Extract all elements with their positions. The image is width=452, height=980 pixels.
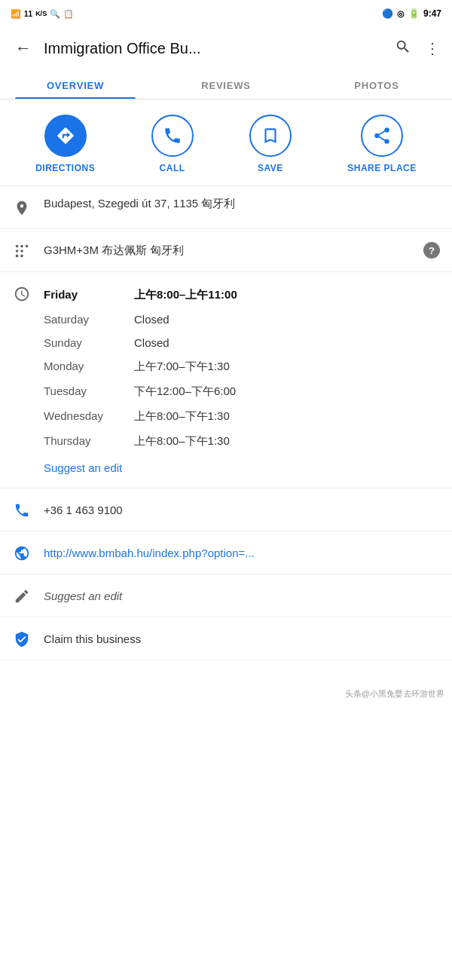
plus-code-text: G3HM+3M 布达佩斯 匈牙利 xyxy=(44,243,411,258)
app-bar: ← Immigration Office Bu... ⋮ xyxy=(0,27,452,69)
bluetooth-icon: 🔵 xyxy=(382,8,393,19)
status-bar: 📶 11 K/S 🔍 📋 🔵 ◎ 🔋 9:47 xyxy=(0,0,452,27)
page-title: Immigration Office Bu... xyxy=(44,40,386,57)
day-hours: 上午8:00–上午11:00 xyxy=(134,288,237,302)
hours-row: Tuesday 下午12:00–下午6:00 xyxy=(44,379,440,404)
suggest-edit-text[interactable]: Suggest an edit xyxy=(44,590,440,602)
phone-row[interactable]: +36 1 463 9100 xyxy=(0,488,452,531)
call-label: CALL xyxy=(160,163,185,173)
save-label: SAVE xyxy=(258,163,283,173)
directions-icon-circle xyxy=(44,115,87,157)
day-hours: 上午8:00–下午1:30 xyxy=(134,434,230,449)
hours-section: Friday 上午8:00–上午11:00 Saturday Closed Su… xyxy=(0,272,452,488)
data-speed: K/S xyxy=(35,10,47,17)
day-name: Wednesday xyxy=(44,409,134,424)
phone-text: +36 1 463 9100 xyxy=(44,504,440,516)
more-button[interactable]: ⋮ xyxy=(425,39,440,57)
tabs: OVERVIEW REVIEWS PHOTOS xyxy=(0,69,452,100)
info-section: Budapest, Szegedi út 37, 1135 匈牙利 G3HM+3… xyxy=(0,186,452,488)
tab-reviews[interactable]: REVIEWS xyxy=(151,69,301,99)
footer-watermark: 头条@小黑兔婴去环游世界 xyxy=(0,660,452,706)
plus-code-row: G3HM+3M 布达佩斯 匈牙利 ? xyxy=(0,229,452,272)
status-right: 🔵 ◎ 🔋 9:47 xyxy=(382,8,441,19)
signal-strength: 11 xyxy=(24,10,32,18)
hours-row: Monday 上午7:00–下午1:30 xyxy=(44,354,440,379)
hours-row: Sunday Closed xyxy=(44,331,440,354)
location-pin-icon xyxy=(12,198,32,218)
day-name: Friday xyxy=(44,288,134,302)
tab-overview[interactable]: OVERVIEW xyxy=(0,69,151,99)
website-icon xyxy=(12,544,32,563)
watermark-text: 头条@小黑兔婴去环游世界 xyxy=(345,688,444,700)
sim-icon: 📋 xyxy=(63,9,74,19)
address-row: Budapest, Szegedi út 37, 1135 匈牙利 xyxy=(0,186,452,229)
share-icon-circle xyxy=(361,115,403,157)
website-row[interactable]: http://www.bmbah.hu/index.php?option=... xyxy=(0,531,452,574)
edit-icon xyxy=(12,586,32,606)
day-name: Saturday xyxy=(44,313,134,326)
day-hours: Closed xyxy=(134,336,170,349)
phone-icon xyxy=(12,501,32,520)
hours-row: Thursday 上午8:00–下午1:30 xyxy=(44,429,440,454)
share-label: SHARE PLACE xyxy=(347,163,417,173)
save-icon-circle xyxy=(249,115,292,157)
save-button[interactable]: SAVE xyxy=(249,115,292,173)
website-text[interactable]: http://www.bmbah.hu/index.php?option=... xyxy=(44,547,440,559)
day-name: Tuesday xyxy=(44,384,134,399)
app-bar-actions: ⋮ xyxy=(395,38,440,59)
svg-point-3 xyxy=(16,250,19,253)
hours-table: Friday 上午8:00–上午11:00 Saturday Closed Su… xyxy=(44,283,440,485)
day-name: Thursday xyxy=(44,434,134,449)
claim-text: Claim this business xyxy=(44,632,440,645)
claim-business-row[interactable]: Claim this business xyxy=(0,617,452,660)
action-buttons: DIRECTIONS CALL SAVE SHARE PLACE xyxy=(0,100,452,185)
search-button[interactable] xyxy=(395,38,411,59)
day-name: Monday xyxy=(44,360,134,374)
svg-point-1 xyxy=(20,245,23,248)
address-text: Budapest, Szegedi út 37, 1135 匈牙利 xyxy=(44,197,440,211)
plus-code-icon xyxy=(12,241,32,261)
clock-icon xyxy=(12,284,32,304)
directions-label: DIRECTIONS xyxy=(35,163,95,173)
day-hours: 下午12:00–下午6:00 xyxy=(134,384,236,399)
share-button[interactable]: SHARE PLACE xyxy=(347,115,417,173)
svg-point-2 xyxy=(26,245,29,248)
hours-row: Friday 上午8:00–上午11:00 xyxy=(44,283,440,308)
tab-photos[interactable]: PHOTOS xyxy=(301,69,452,99)
hours-row: Wednesday 上午8:00–下午1:30 xyxy=(44,404,440,429)
day-hours: Closed xyxy=(134,313,170,326)
call-icon-circle xyxy=(151,115,194,157)
day-hours: 上午8:00–下午1:30 xyxy=(134,409,230,424)
battery-icon: 🔋 xyxy=(408,8,420,19)
svg-point-0 xyxy=(16,245,19,248)
status-left: 📶 11 K/S 🔍 📋 xyxy=(11,9,74,19)
back-button[interactable]: ← xyxy=(12,35,35,61)
suggest-edit-hours-link[interactable]: Suggest an edit xyxy=(44,454,440,485)
verified-icon xyxy=(12,629,32,649)
call-button[interactable]: CALL xyxy=(151,115,194,173)
time: 9:47 xyxy=(423,8,441,19)
location-icon: ◎ xyxy=(397,9,405,19)
directions-button[interactable]: DIRECTIONS xyxy=(35,115,95,173)
day-hours: 上午7:00–下午1:30 xyxy=(134,360,230,374)
help-badge[interactable]: ? xyxy=(423,242,440,259)
day-name: Sunday xyxy=(44,336,134,349)
search-indicator: 🔍 xyxy=(50,9,60,19)
svg-point-6 xyxy=(20,255,23,258)
signal-icon: 📶 xyxy=(11,9,21,19)
svg-point-5 xyxy=(16,255,19,258)
svg-point-4 xyxy=(20,250,23,253)
suggest-edit-row[interactable]: Suggest an edit xyxy=(0,574,452,617)
hours-row: Saturday Closed xyxy=(44,308,440,331)
